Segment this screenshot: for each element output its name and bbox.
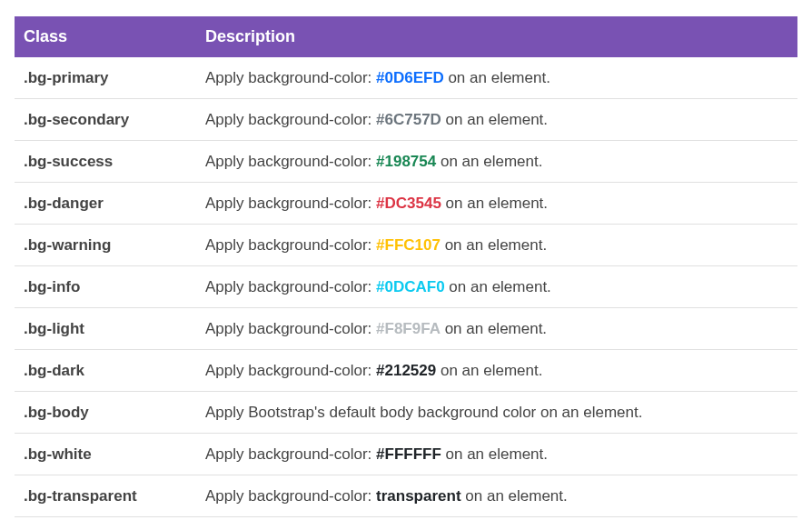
class-name-cell: .bg-body	[15, 392, 196, 434]
description-strong: #0DCAF0	[376, 278, 445, 295]
description-prefix: Apply Bootstrap's default body backgroun…	[205, 404, 642, 421]
description-suffix: on an element.	[445, 278, 551, 295]
table-row: .bg-transparentApply background-color: t…	[15, 475, 797, 517]
description-strong: #DC3545	[376, 195, 441, 212]
description-cell: Apply background-color: #198754 on an el…	[196, 141, 797, 183]
description-strong: transparent	[376, 487, 461, 505]
table-row: .bg-lightApply background-color: #F8F9FA…	[15, 308, 797, 350]
description-suffix: on an element.	[461, 487, 568, 505]
description-prefix: Apply background-color:	[205, 362, 376, 379]
description-strong: #FFFFFF	[376, 445, 441, 463]
description-prefix: Apply background-color:	[205, 236, 376, 254]
classes-table: Class Description .bg-primaryApply backg…	[15, 16, 797, 517]
description-prefix: Apply background-color:	[205, 153, 376, 170]
description-cell: Apply background-color: #FFFFFF on an el…	[196, 434, 797, 475]
class-name-cell: .bg-light	[15, 308, 196, 350]
table-row: .bg-dangerApply background-color: #DC354…	[15, 183, 797, 225]
description-prefix: Apply background-color:	[205, 487, 376, 505]
description-cell: Apply background-color: #F8F9FA on an el…	[196, 308, 797, 350]
header-class: Class	[15, 16, 196, 57]
description-cell: Apply Bootstrap's default body backgroun…	[196, 392, 797, 434]
table-header-row: Class Description	[15, 16, 797, 57]
description-suffix: on an element.	[436, 153, 542, 170]
description-cell: Apply background-color: #0D6EFD on an el…	[196, 57, 797, 99]
table-row: .bg-warningApply background-color: #FFC1…	[15, 225, 797, 266]
class-name-cell: .bg-warning	[15, 225, 196, 266]
class-name-cell: .bg-primary	[15, 57, 196, 99]
description-strong: #198754	[376, 153, 436, 170]
description-strong: #6C757D	[376, 111, 441, 128]
table-row: .bg-secondaryApply background-color: #6C…	[15, 99, 797, 141]
table-row: .bg-whiteApply background-color: #FFFFFF…	[15, 434, 797, 475]
class-name-cell: .bg-white	[15, 434, 196, 475]
table-row: .bg-darkApply background-color: #212529 …	[15, 350, 797, 392]
description-suffix: on an element.	[441, 320, 547, 337]
class-name-cell: .bg-secondary	[15, 99, 196, 141]
table-row: .bg-successApply background-color: #1987…	[15, 141, 797, 183]
class-name-cell: .bg-danger	[15, 183, 196, 225]
class-name-cell: .bg-transparent	[15, 475, 196, 517]
description-prefix: Apply background-color:	[205, 195, 376, 212]
table-row: .bg-primaryApply background-color: #0D6E…	[15, 57, 797, 99]
description-cell: Apply background-color: #DC3545 on an el…	[196, 183, 797, 225]
class-name-cell: .bg-info	[15, 266, 196, 308]
description-cell: Apply background-color: #212529 on an el…	[196, 350, 797, 392]
description-suffix: on an element.	[444, 69, 550, 86]
description-prefix: Apply background-color:	[205, 445, 376, 463]
table-row: .bg-infoApply background-color: #0DCAF0 …	[15, 266, 797, 308]
table-row: .bg-bodyApply Bootstrap's default body b…	[15, 392, 797, 434]
description-suffix: on an element.	[441, 445, 548, 463]
description-prefix: Apply background-color:	[205, 111, 376, 128]
description-prefix: Apply background-color:	[205, 320, 376, 337]
description-strong: #FFC107	[376, 236, 441, 254]
description-cell: Apply background-color: #FFC107 on an el…	[196, 225, 797, 266]
description-suffix: on an element.	[441, 236, 547, 254]
description-prefix: Apply background-color:	[205, 278, 376, 295]
description-suffix: on an element.	[441, 195, 548, 212]
description-cell: Apply background-color: #6C757D on an el…	[196, 99, 797, 141]
description-strong: #0D6EFD	[376, 69, 444, 86]
class-name-cell: .bg-success	[15, 141, 196, 183]
description-suffix: on an element.	[436, 362, 542, 379]
class-name-cell: .bg-dark	[15, 350, 196, 392]
description-cell: Apply background-color: transparent on a…	[196, 475, 797, 517]
description-strong: #F8F9FA	[376, 320, 441, 337]
description-prefix: Apply background-color:	[205, 69, 376, 86]
header-description: Description	[196, 16, 797, 57]
description-cell: Apply background-color: #0DCAF0 on an el…	[196, 266, 797, 308]
description-suffix: on an element.	[441, 111, 548, 128]
description-strong: #212529	[376, 362, 436, 379]
